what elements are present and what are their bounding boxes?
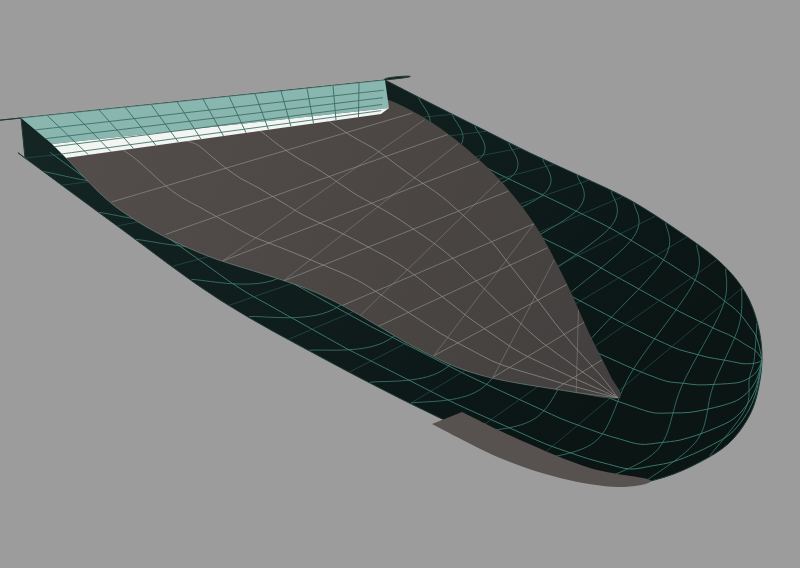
model-viewport[interactable] [0,0,800,568]
hull-3d-render [0,0,800,568]
